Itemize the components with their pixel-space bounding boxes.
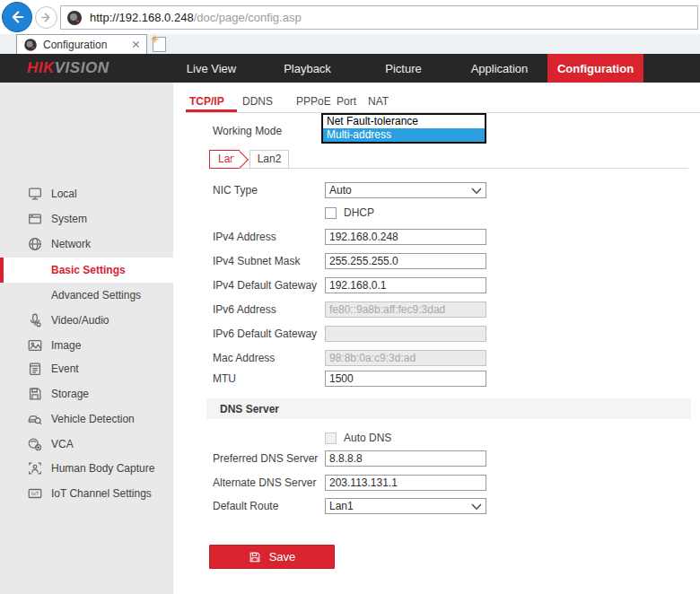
globe-icon [27, 236, 43, 252]
tab-ddns[interactable]: DDNS [242, 95, 273, 108]
svg-text:IoT: IoT [31, 491, 39, 496]
ipv6-address-input [325, 301, 486, 318]
ipv6-address-row: IPv6 Address [213, 301, 486, 318]
monitor-icon [27, 186, 43, 202]
browser-toolbar: http://192.168.0.248/doc/page/config.asp [0, 0, 700, 34]
dns-server-title: DNS Server [220, 403, 279, 415]
tab-nat[interactable]: NAT [368, 95, 389, 108]
sidebar-item-human-body-capture[interactable]: Human Body Capture [0, 456, 173, 481]
nic-type-label: NIC Type [213, 184, 325, 197]
mac-address-input [325, 350, 486, 366]
main-nav: Live View Playback Picture Application C… [163, 54, 643, 83]
tab-port[interactable]: Port [337, 95, 356, 108]
ipv4-address-row: IPv4 Address [213, 229, 486, 245]
sidebar-item-label: Network [51, 231, 91, 257]
working-mode-option-net-fault-tolerance[interactable]: Net Fault-tolerance [323, 115, 485, 128]
new-tab-star-icon [150, 34, 160, 44]
sidebar-item-label: Storage [51, 381, 89, 406]
alternate-dns-row: Alternate DNS Server [213, 475, 486, 491]
auto-dns-checkbox [325, 432, 337, 444]
active-indicator-bar [0, 258, 4, 283]
sidebar-item-label: Advanced Settings [51, 283, 141, 308]
save-button[interactable]: Save [209, 545, 335, 569]
back-arrow-icon [8, 8, 26, 26]
vehicle-icon [27, 411, 43, 427]
forward-button[interactable] [35, 6, 57, 29]
url-domain: http://192.168.0.248 [90, 11, 194, 24]
save-button-label: Save [269, 550, 296, 563]
sidebar-item-advanced-settings[interactable]: Advanced Settings [0, 283, 173, 308]
url-text: http://192.168.0.248/doc/page/config.asp [90, 11, 302, 24]
alternate-dns-input[interactable] [325, 475, 486, 491]
tab-tcpip[interactable]: TCP/IP [189, 95, 224, 108]
ipv4-gateway-row: IPv4 Default Gateway [213, 277, 486, 293]
default-route-label: Default Route [213, 500, 325, 512]
sidebar-item-system[interactable]: System [0, 206, 173, 231]
ipv6-address-label: IPv6 Address [213, 303, 325, 316]
tab-title: Configuration [43, 39, 132, 51]
ipv4-subnet-label: IPv4 Subnet Mask [213, 255, 325, 267]
default-route-row: Default Route Lan1 [213, 498, 486, 514]
ipv4-subnet-input[interactable] [325, 253, 486, 269]
browser-tab-configuration[interactable]: Configuration [16, 34, 147, 54]
site-favicon [67, 11, 82, 25]
url-path: /doc/page/config.asp [194, 11, 302, 24]
close-tab-icon[interactable] [132, 40, 140, 48]
sidebar-item-storage[interactable]: Storage [0, 381, 173, 406]
sidebar-item-label: Event [51, 356, 79, 381]
vca-icon [27, 436, 43, 452]
working-mode-label: Working Mode [213, 125, 282, 137]
logo-primary: HIK [27, 59, 55, 77]
mac-address-row: Mac Address [213, 350, 486, 366]
ipv4-gateway-input[interactable] [325, 277, 486, 293]
address-bar[interactable]: http://192.168.0.248/doc/page/config.asp [60, 5, 698, 30]
ipv4-address-input[interactable] [325, 229, 486, 245]
sidebar-item-label: IoT Channel Settings [51, 481, 152, 506]
chevron-down-icon [471, 503, 482, 511]
mtu-input[interactable] [325, 371, 486, 387]
tab-pppoe[interactable]: PPPoE [296, 95, 331, 108]
nav-configuration[interactable]: Configuration [547, 54, 643, 83]
ipv4-gateway-label: IPv4 Default Gateway [213, 279, 325, 292]
human-body-icon [27, 460, 43, 476]
dhcp-row: DHCP [325, 205, 374, 221]
default-route-select[interactable]: Lan1 [325, 498, 486, 514]
auto-dns-row: Auto DNS [325, 430, 391, 446]
sidebar-item-iot-channel-settings[interactable]: IoT IoT Channel Settings [0, 481, 173, 506]
sidebar-item-label: Human Body Capture [51, 456, 154, 481]
preferred-dns-input[interactable] [325, 450, 486, 467]
new-tab-button[interactable] [153, 37, 166, 52]
nav-live-view[interactable]: Live View [163, 54, 259, 83]
sidebar-item-basic-settings[interactable]: Basic Settings [0, 258, 173, 283]
sidebar-item-video-audio[interactable]: Video/Audio [0, 308, 173, 333]
save-floppy-icon [249, 551, 261, 563]
dhcp-checkbox[interactable] [325, 207, 337, 219]
ipv6-gateway-row: IPv6 Default Gateway [213, 326, 486, 342]
image-icon [27, 337, 43, 354]
ipv6-gateway-label: IPv6 Default Gateway [213, 328, 325, 340]
sidebar-item-event[interactable]: Event [0, 356, 173, 381]
tab-lan2[interactable]: Lan2 [249, 150, 289, 169]
nav-playback[interactable]: Playback [259, 54, 355, 83]
nic-type-row: NIC Type Auto [213, 182, 486, 198]
sidebar-item-local[interactable]: Local [0, 181, 173, 206]
nic-type-select[interactable]: Auto [325, 182, 486, 198]
nav-picture[interactable]: Picture [355, 54, 451, 83]
floppy-icon [27, 386, 43, 402]
sidebar-item-label: VCA [51, 432, 74, 457]
tab-favicon [24, 39, 37, 51]
sidebar-item-vehicle-detection[interactable]: Vehicle Detection [0, 406, 173, 432]
sidebar-item-image[interactable]: Image [0, 333, 173, 358]
working-mode-dropdown-list: Net Fault-tolerance Multi-address [321, 113, 486, 144]
back-button[interactable] [2, 2, 32, 32]
working-mode-option-multi-address[interactable]: Multi-address [323, 128, 485, 142]
sidebar-item-network[interactable]: Network [0, 231, 173, 257]
nav-application[interactable]: Application [451, 54, 547, 83]
event-icon [27, 361, 43, 377]
app-window: http://192.168.0.248/doc/page/config.asp… [0, 0, 700, 594]
sidebar-item-label: Local [51, 181, 77, 206]
microphone-icon [27, 312, 43, 328]
sidebar-item-vca[interactable]: VCA [0, 432, 173, 457]
chevron-down-icon [471, 188, 482, 195]
dns-server-section-header: DNS Server [206, 398, 691, 419]
